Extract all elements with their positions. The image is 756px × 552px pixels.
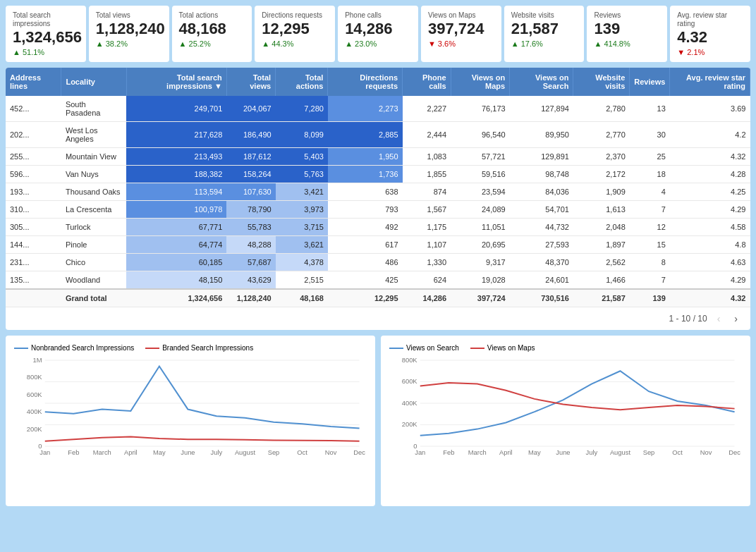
table-row: 255...Mountain View213,493187,6125,4031,… bbox=[6, 148, 750, 166]
svg-text:Jan: Jan bbox=[39, 450, 50, 457]
cell-6-3: 55,783 bbox=[226, 219, 275, 236]
cell-3-3: 158,264 bbox=[226, 166, 275, 183]
svg-text:July: July bbox=[586, 450, 598, 457]
cell-7-10: 15 bbox=[630, 236, 670, 254]
grand-total-cell-4: 48,168 bbox=[276, 289, 328, 307]
branded-label: Branded Search Impressions bbox=[162, 344, 253, 352]
cell-8-6: 1,330 bbox=[403, 254, 451, 271]
svg-text:Sep: Sep bbox=[268, 450, 280, 457]
cell-1-4: 8,099 bbox=[276, 122, 328, 148]
cell-1-2: 217,628 bbox=[126, 122, 226, 148]
cell-2-4: 5,403 bbox=[276, 148, 328, 166]
grand-total-cell-7: 397,724 bbox=[451, 289, 510, 307]
svg-text:June: June bbox=[556, 450, 570, 457]
charts-row: Nonbranded Search Impressions Branded Se… bbox=[6, 336, 750, 506]
svg-text:200K: 200K bbox=[402, 422, 418, 429]
svg-text:600K: 600K bbox=[27, 391, 43, 398]
table-section: Address linesLocalityTotal search impres… bbox=[6, 68, 750, 330]
grand-total-cell-2: 1,324,656 bbox=[126, 289, 226, 307]
pagination-next[interactable]: › bbox=[730, 312, 742, 326]
cell-2-2: 213,493 bbox=[126, 148, 226, 166]
right-legend-search: Views on Search bbox=[389, 344, 459, 352]
cell-4-3: 107,630 bbox=[226, 183, 275, 201]
table-row: 305...Turlock67,77155,7833,7154921,17511… bbox=[6, 219, 750, 236]
cell-7-6: 1,107 bbox=[403, 236, 451, 254]
pagination: 1 - 10 / 10 ‹ › bbox=[6, 307, 750, 330]
svg-text:August: August bbox=[235, 450, 256, 457]
kpi-change-3: 44.3% bbox=[262, 39, 328, 48]
cell-8-2: 60,185 bbox=[126, 254, 226, 271]
col-header-9: Website visits bbox=[573, 68, 630, 96]
kpi-change-8: 2.1% bbox=[677, 48, 743, 56]
cell-8-1: Chico bbox=[61, 254, 126, 271]
cell-7-1: Pinole bbox=[61, 236, 126, 254]
table-row: 452...South Pasadena249,701204,0677,2802… bbox=[6, 96, 750, 122]
cell-7-4: 3,621 bbox=[276, 236, 328, 254]
left-legend-branded: Branded Search Impressions bbox=[145, 344, 253, 352]
cell-5-6: 1,567 bbox=[403, 201, 451, 219]
col-header-3: Total views bbox=[226, 68, 275, 96]
table-row: 202...West Los Angeles217,628186,4908,09… bbox=[6, 122, 750, 148]
col-header-10: Reviews bbox=[630, 68, 670, 96]
col-header-8: Views on Search bbox=[510, 68, 573, 96]
cell-8-11: 4.63 bbox=[670, 254, 750, 271]
cell-9-11: 4.29 bbox=[670, 271, 750, 290]
table-row: 231...Chico60,18557,6874,3784861,3309,31… bbox=[6, 254, 750, 271]
cell-0-9: 2,780 bbox=[573, 96, 630, 122]
col-header-2: Total search impressions ▼ bbox=[126, 68, 226, 96]
grand-total-cell-1: Grand total bbox=[61, 289, 126, 307]
kpi-value-4: 14,286 bbox=[345, 20, 411, 38]
cell-0-4: 7,280 bbox=[276, 96, 328, 122]
kpi-value-8: 4.32 bbox=[677, 28, 743, 47]
cell-4-0: 193... bbox=[6, 183, 61, 201]
grand-total-row: Grand total1,324,6561,128,24048,16812,29… bbox=[6, 289, 750, 307]
kpi-card-2: Total actions 48,168 25.2% bbox=[172, 6, 252, 62]
right-chart-card: Views on Search Views on Maps 800K600K40… bbox=[381, 336, 750, 506]
kpi-label-6: Website visits bbox=[511, 11, 578, 20]
cell-6-7: 11,051 bbox=[451, 219, 510, 236]
svg-text:Feb: Feb bbox=[443, 450, 454, 457]
cell-1-0: 202... bbox=[6, 122, 61, 148]
cell-0-7: 76,173 bbox=[451, 96, 510, 122]
svg-text:400K: 400K bbox=[27, 409, 43, 416]
views-search-label: Views on Search bbox=[406, 344, 459, 352]
svg-text:600K: 600K bbox=[402, 379, 418, 386]
svg-text:800K: 800K bbox=[27, 374, 43, 381]
cell-9-0: 135... bbox=[6, 271, 61, 290]
cell-1-11: 4.2 bbox=[670, 122, 750, 148]
kpi-label-1: Total views bbox=[96, 11, 162, 20]
kpi-card-3: Directions requests 12,295 44.3% bbox=[255, 6, 335, 62]
svg-text:May: May bbox=[528, 450, 541, 457]
svg-text:200K: 200K bbox=[27, 426, 43, 433]
svg-text:March: March bbox=[93, 450, 111, 457]
svg-text:Dec: Dec bbox=[728, 450, 740, 457]
cell-7-2: 64,774 bbox=[126, 236, 226, 254]
cell-5-7: 24,089 bbox=[451, 201, 510, 219]
cell-3-4: 5,763 bbox=[276, 166, 328, 183]
cell-6-6: 1,175 bbox=[403, 219, 451, 236]
kpi-label-8: Avg. review star rating bbox=[677, 11, 743, 28]
cell-1-1: West Los Angeles bbox=[61, 122, 126, 148]
kpi-card-8: Avg. review star rating 4.32 2.1% bbox=[670, 6, 750, 62]
pagination-prev[interactable]: ‹ bbox=[713, 312, 725, 326]
cell-6-1: Turlock bbox=[61, 219, 126, 236]
col-header-4: Total actions bbox=[276, 68, 328, 96]
nonbranded-legend-dot bbox=[14, 348, 28, 349]
left-chart-legend: Nonbranded Search Impressions Branded Se… bbox=[14, 344, 367, 352]
cell-3-6: 1,855 bbox=[403, 166, 451, 183]
cell-8-3: 57,687 bbox=[226, 254, 275, 271]
cell-7-5: 617 bbox=[328, 236, 403, 254]
cell-1-3: 186,490 bbox=[226, 122, 275, 148]
col-header-11: Avg. review star rating bbox=[670, 68, 750, 96]
svg-text:June: June bbox=[181, 450, 195, 457]
svg-text:August: August bbox=[610, 450, 631, 457]
grand-total-cell-3: 1,128,240 bbox=[226, 289, 275, 307]
table-row: 193...Thousand Oaks113,594107,6303,42163… bbox=[6, 183, 750, 201]
cell-5-11: 4.29 bbox=[670, 201, 750, 219]
kpi-value-6: 21,587 bbox=[511, 20, 578, 38]
cell-0-6: 2,227 bbox=[403, 96, 451, 122]
kpi-label-4: Phone calls bbox=[345, 11, 411, 20]
kpi-value-1: 1,128,240 bbox=[96, 20, 162, 38]
cell-3-0: 596... bbox=[6, 166, 61, 183]
cell-0-5: 2,273 bbox=[328, 96, 403, 122]
